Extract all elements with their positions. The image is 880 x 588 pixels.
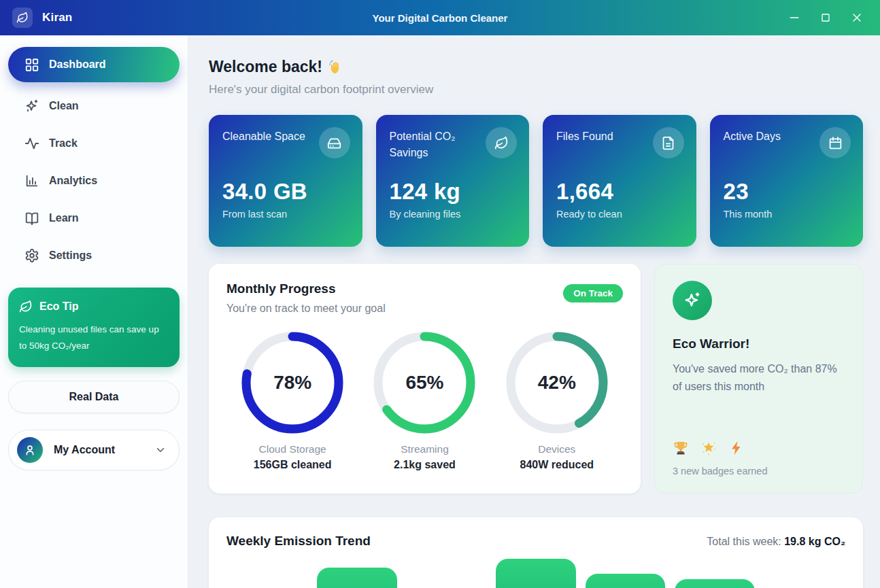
leaf-icon bbox=[486, 127, 517, 158]
progress-rings: 78% Cloud Storage 156GB cleaned 65% Stre… bbox=[226, 331, 623, 471]
stat-title: Files Found bbox=[556, 128, 651, 145]
trophy-icon bbox=[673, 440, 689, 456]
stat-value: 124 kg bbox=[390, 179, 461, 205]
page-title: Welcome back! bbox=[209, 58, 863, 76]
waving-hand-icon bbox=[328, 59, 345, 75]
window-title: Your Digital Carbon Cleaner bbox=[0, 12, 880, 24]
ring-percent: 65% bbox=[373, 331, 476, 434]
ring-value: 840W reduced bbox=[520, 459, 594, 471]
close-button[interactable] bbox=[846, 7, 868, 29]
sparkles-icon bbox=[24, 99, 39, 114]
achievement-title: Eco Warrior! bbox=[673, 336, 845, 351]
eco-tip-title: Eco Tip bbox=[39, 300, 79, 313]
sidebar-item-clean[interactable]: Clean bbox=[8, 91, 180, 121]
gear-icon bbox=[24, 248, 39, 263]
ring-percent: 78% bbox=[241, 331, 344, 434]
titlebar: Kiran Your Digital Carbon Cleaner bbox=[0, 0, 880, 35]
account-label: My Account bbox=[54, 444, 115, 456]
sidebar-item-dashboard[interactable]: Dashboard bbox=[8, 47, 180, 82]
sidebar-item-label: Analytics bbox=[49, 175, 97, 187]
stat-caption: Ready to clean bbox=[556, 209, 622, 220]
minimize-button[interactable] bbox=[783, 7, 805, 29]
bar-tue bbox=[317, 568, 396, 588]
stat-title: Cleanable Space bbox=[222, 128, 318, 145]
activity-icon bbox=[24, 136, 39, 151]
sidebar: Dashboard Clean Track Analytics Learn bbox=[0, 35, 188, 588]
avatar bbox=[17, 437, 43, 463]
sidebar-item-label: Track bbox=[49, 137, 78, 150]
hard-drive-icon bbox=[319, 127, 350, 158]
greeting-text: Welcome back! bbox=[209, 58, 322, 76]
ring-value: 2.1kg saved bbox=[394, 459, 456, 471]
leaf-icon bbox=[19, 300, 33, 313]
achievement-caption: 3 new badges earned bbox=[673, 466, 845, 477]
lightning-icon bbox=[728, 440, 745, 456]
eco-tip-text: Cleaning unused files can save up to 50k… bbox=[19, 322, 169, 353]
minimize-icon bbox=[788, 11, 801, 24]
ring-label: Cloud Storage bbox=[259, 443, 326, 455]
app-name: Kiran bbox=[42, 11, 72, 24]
sidebar-item-label: Clean bbox=[49, 100, 79, 112]
eco-tip-card: Eco Tip Cleaning unused files can save u… bbox=[8, 288, 180, 367]
monthly-progress-title: Monthly Progress bbox=[226, 281, 386, 296]
sidebar-item-settings[interactable]: Settings bbox=[8, 241, 180, 271]
achievement-icon bbox=[673, 281, 712, 320]
achievement-text: You've saved more CO₂ than 87% of users … bbox=[673, 360, 843, 395]
sidebar-item-learn[interactable]: Learn bbox=[8, 203, 180, 233]
weekly-total: Total this week: 19.8 kg CO₂ bbox=[707, 536, 845, 548]
stat-value: 23 bbox=[724, 179, 749, 205]
weekly-total-label: Total this week: bbox=[707, 536, 784, 547]
maximize-icon bbox=[819, 11, 832, 24]
monthly-progress-card: Monthly Progress You're on track to meet… bbox=[209, 264, 641, 494]
ring-percent: 42% bbox=[505, 331, 609, 434]
stat-value: 34.0 GB bbox=[222, 179, 307, 205]
monthly-progress-subtitle: You're on track to meet your goal bbox=[226, 302, 386, 315]
book-open-icon bbox=[24, 211, 39, 226]
sidebar-item-track[interactable]: Track bbox=[8, 128, 180, 158]
sparkles-icon bbox=[683, 291, 702, 310]
real-data-button[interactable]: Real Data bbox=[8, 381, 180, 413]
weekly-trend-title: Weekly Emission Trend bbox=[226, 534, 371, 549]
achievement-badges bbox=[673, 440, 845, 456]
maximize-button[interactable] bbox=[815, 7, 836, 29]
weekly-trend-card: Weekly Emission Trend Total this week: 1… bbox=[209, 517, 863, 588]
sidebar-item-label: Dashboard bbox=[49, 58, 106, 71]
stat-value: 1,664 bbox=[556, 179, 613, 205]
close-icon bbox=[850, 11, 864, 24]
progress-ring: 65% bbox=[373, 331, 476, 434]
progress-ring: 42% bbox=[505, 331, 609, 434]
calendar-icon bbox=[819, 127, 851, 158]
stat-card-active-days: Active Days 23 This month bbox=[710, 115, 864, 247]
stat-caption: From last scan bbox=[222, 209, 287, 220]
bar-sat bbox=[675, 579, 754, 588]
account-button[interactable]: My Account bbox=[8, 430, 180, 470]
file-text-icon bbox=[653, 127, 684, 158]
bar-thu bbox=[496, 559, 575, 588]
stat-card-files-found: Files Found 1,664 Ready to clean bbox=[543, 115, 696, 247]
achievement-card: Eco Warrior! You've saved more CO₂ than … bbox=[654, 264, 863, 494]
stat-card-co2-savings: Potential CO₂ Savings 124 kg By cleaning… bbox=[376, 115, 530, 247]
bar-fri bbox=[586, 574, 665, 588]
sidebar-item-analytics[interactable]: Analytics bbox=[8, 166, 180, 196]
page-subtitle: Here's your digital carbon footprint ove… bbox=[209, 83, 863, 97]
stat-title: Active Days bbox=[724, 128, 819, 145]
stat-card-cleanable-space: Cleanable Space 34.0 GB From last scan bbox=[209, 115, 362, 247]
sidebar-item-label: Settings bbox=[49, 249, 92, 262]
dashboard-grid-icon bbox=[24, 57, 39, 72]
app-logo bbox=[12, 7, 33, 28]
glowing-star-icon bbox=[700, 440, 717, 456]
stat-caption: By cleaning files bbox=[390, 209, 461, 220]
stat-caption: This month bbox=[724, 209, 773, 220]
sidebar-item-label: Learn bbox=[49, 212, 79, 224]
progress-ring: 78% bbox=[241, 331, 344, 434]
ring-cloud-storage: 78% Cloud Storage 156GB cleaned bbox=[228, 331, 357, 471]
stat-title: Potential CO₂ Savings bbox=[390, 128, 485, 161]
status-badge: On Track bbox=[563, 284, 623, 302]
weekly-bars bbox=[226, 555, 845, 588]
window-controls bbox=[783, 7, 868, 29]
bar-chart-icon bbox=[24, 173, 39, 188]
ring-streaming: 65% Streaming 2.1kg saved bbox=[360, 331, 489, 471]
ring-devices: 42% Devices 840W reduced bbox=[492, 331, 622, 471]
user-icon bbox=[23, 443, 37, 457]
weekly-total-value: 19.8 kg CO₂ bbox=[784, 536, 845, 547]
